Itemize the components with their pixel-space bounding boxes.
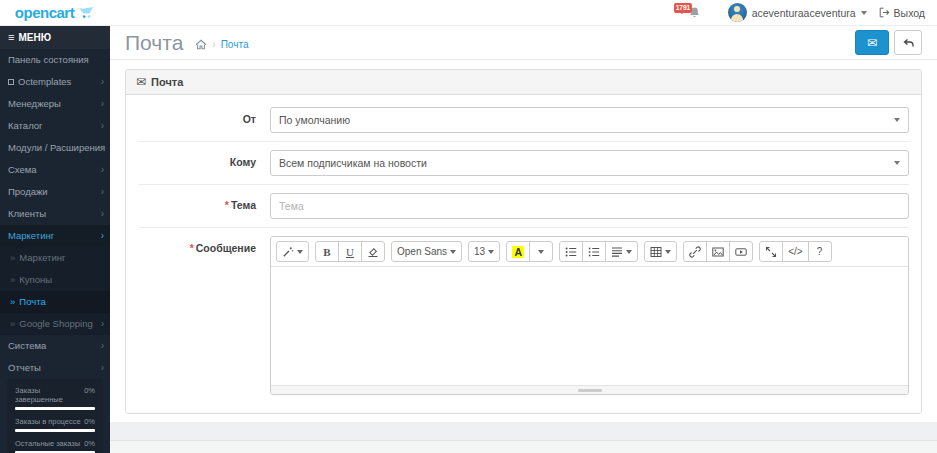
sidebar-item-label: Отчеты (8, 362, 41, 373)
help-button[interactable]: ? (808, 241, 832, 262)
link-icon (689, 246, 701, 258)
video-button[interactable] (729, 241, 753, 262)
sidebar-item-extensions[interactable]: Модули / Расширения› (0, 137, 110, 159)
hamburger-icon: ≡ (8, 26, 14, 49)
chevron-right-icon: › (101, 93, 104, 115)
select-caret-icon (894, 161, 900, 165)
form-row-subject: *Тема (138, 184, 909, 227)
from-select-value: По умолчанию (279, 114, 350, 126)
font-color-caret-button[interactable] (529, 241, 553, 262)
panel-title: Почта (151, 76, 183, 88)
caret-icon (488, 250, 494, 254)
username: aceventuraaceventura (752, 7, 856, 19)
font-size-dropdown[interactable]: 13 (468, 241, 500, 262)
sidebar-item-label: Модули / Расширения (8, 142, 105, 153)
sidebar-subitem-marketing-sub[interactable]: »Маркетинг (0, 247, 110, 269)
subject-input[interactable] (270, 193, 909, 219)
richtext-editor: B U Open S (270, 236, 909, 395)
paragraph-dropdown[interactable] (605, 241, 638, 262)
sidebar-item-label: Каталог (8, 120, 43, 131)
style-dropdown-button[interactable] (276, 241, 309, 262)
caret-icon (626, 250, 632, 254)
mail-panel: ✉ Почта От По умолчанию (125, 69, 922, 414)
chevron-right-icon: › (101, 181, 104, 203)
editor-resize-handle[interactable] (271, 385, 908, 394)
stat-value: 0% (84, 417, 95, 426)
chevron-down-icon (861, 11, 867, 15)
user-menu[interactable]: aceventuraaceventura (728, 3, 867, 22)
to-select-value: Всем подписчикам на новости (279, 157, 427, 169)
ordered-list-button[interactable] (582, 241, 606, 262)
unordered-list-button[interactable] (559, 241, 583, 262)
chevron-right-icon: › (101, 203, 104, 225)
order-stat-row: Остальные заказы0% (15, 439, 95, 453)
sidebar-nav: Панель состоянияOctemplates›Менеджеры›Ка… (0, 49, 110, 379)
to-label: Кому (138, 150, 270, 176)
sidebar-item-label: Google Shopping (19, 318, 92, 329)
sidebar-subitem-mail[interactable]: »Почта (0, 291, 110, 313)
sidebar-subitem-google-shopping[interactable]: »Google Shopping› (0, 313, 110, 335)
table-dropdown[interactable] (644, 241, 677, 262)
fullscreen-button[interactable] (759, 241, 783, 262)
sidebar-item-system[interactable]: Система› (0, 335, 110, 357)
opencart-logo[interactable]: opencart (0, 4, 110, 21)
from-label: От (138, 107, 270, 133)
select-caret-icon (894, 118, 900, 122)
stat-label: Заказы в процессе (15, 417, 81, 426)
send-button[interactable]: ✉ (855, 30, 889, 55)
sidebar-item-catalog[interactable]: Каталог› (0, 115, 110, 137)
chevron-right-icon: › (101, 137, 104, 159)
sidebar-item-customers[interactable]: Клиенты› (0, 203, 110, 225)
message-editor[interactable] (271, 267, 908, 385)
stat-progress-bar (15, 429, 95, 432)
envelope-icon: ✉ (867, 36, 877, 50)
eraser-icon (367, 246, 379, 258)
underline-button[interactable]: U (338, 241, 362, 262)
link-button[interactable] (683, 241, 707, 262)
sidebar-item-marketing[interactable]: Маркетинг› (0, 225, 110, 247)
sidebar-item-dashboard[interactable]: Панель состояния (0, 49, 110, 71)
sidebar-item-octemplates[interactable]: Octemplates› (0, 71, 110, 93)
from-select[interactable]: По умолчанию (270, 107, 909, 133)
chevron-right-icon: › (101, 71, 104, 93)
chevron-right-icon: › (101, 313, 104, 335)
envelope-icon: ✉ (136, 75, 146, 89)
menu-toggle[interactable]: ≡ МЕНЮ (0, 26, 110, 49)
submenu-bullet: » (10, 274, 15, 285)
message-label: *Сообщение (138, 236, 270, 395)
breadcrumb-item[interactable]: Почта (221, 39, 249, 50)
sidebar-item-label: Купоны (19, 274, 52, 285)
picture-icon (712, 246, 724, 258)
notification-badge: 1791 (674, 3, 692, 13)
notifications-button[interactable]: 1791 (688, 6, 702, 20)
reply-arrow-icon (902, 37, 915, 49)
back-button[interactable] (894, 30, 922, 55)
sidebar-item-label: Маркетинг (19, 252, 65, 263)
sidebar-item-label: Менеджеры (8, 98, 61, 109)
logout-button[interactable]: Выход (879, 7, 929, 19)
sidebar-item-design[interactable]: Схема› (0, 159, 110, 181)
codeview-button[interactable]: </> (782, 241, 808, 262)
order-stat-row: Заказы в процессе0% (15, 417, 95, 432)
sidebar-item-label: Продажи (8, 186, 48, 197)
chevron-right-icon: › (101, 357, 104, 379)
sidebar-item-managers[interactable]: Менеджеры› (0, 93, 110, 115)
font-color-button[interactable]: A (506, 241, 530, 262)
sidebar-item-reports[interactable]: Отчеты› (0, 357, 110, 379)
sidebar-item-label: Клиенты (8, 208, 46, 219)
video-icon (735, 246, 747, 258)
form-row-message: *Сообщение (138, 227, 909, 403)
to-select[interactable]: Всем подписчикам на новости (270, 150, 909, 176)
clear-format-button[interactable] (361, 241, 385, 262)
sidebar-item-label: Панель состояния (8, 54, 89, 65)
sidebar-item-sales[interactable]: Продажи› (0, 181, 110, 203)
sidebar-subitem-coupons[interactable]: »Купоны (0, 269, 110, 291)
sidebar-item-label: Схема (8, 164, 37, 175)
home-icon[interactable] (195, 39, 207, 50)
form-row-to: Кому Всем подписчикам на новости (138, 141, 909, 184)
order-stat-row: Заказы завершенные0% (15, 386, 95, 410)
picture-button[interactable] (706, 241, 730, 262)
bold-button[interactable]: B (315, 241, 339, 262)
font-family-dropdown[interactable]: Open Sans (391, 241, 462, 262)
menu-title: МЕНЮ (18, 26, 51, 49)
